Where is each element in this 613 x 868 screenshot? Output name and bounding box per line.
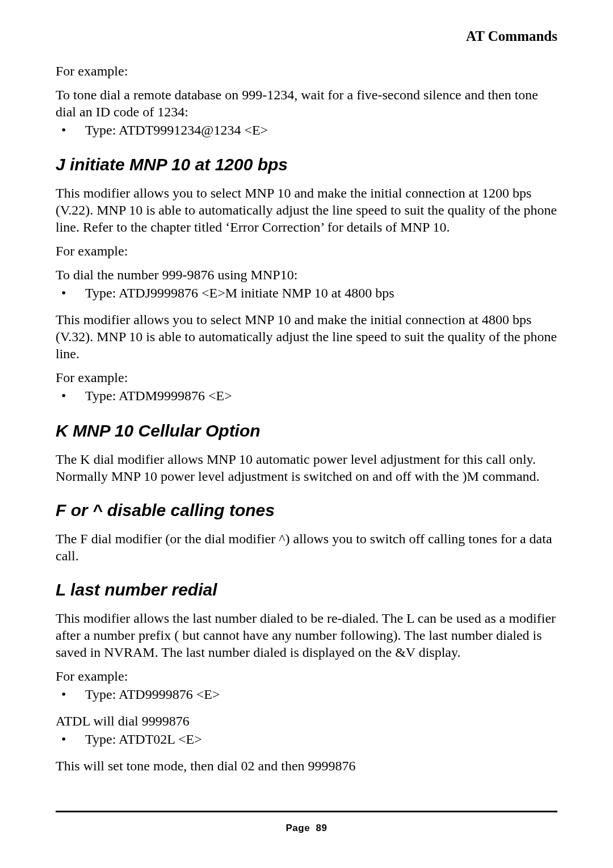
s1-bullet-list-2: Type: ATDM9999876 <E> (56, 387, 557, 405)
heading-f-disable: F or ^ disable calling tones (56, 501, 557, 520)
s1-for-example-2: For example: (56, 369, 557, 386)
intro-for-example: For example: (56, 62, 557, 79)
s4-bullet-list-2: Type: ATDT02L <E> (56, 731, 557, 748)
s4-bullet-1: Type: ATD9999876 <E> (56, 686, 557, 703)
intro-bullet-1: Type: ATDT9991234@1234 <E> (56, 121, 557, 139)
s1-bullet-2: Type: ATDM9999876 <E> (56, 387, 557, 405)
page-footer: Page 89 (56, 811, 557, 834)
heading-j-initiate: J initiate MNP 10 at 1200 bps (56, 155, 557, 174)
s4-para-3: ATDL will dial 9999876 (56, 712, 557, 729)
intro-bullet-list: Type: ATDT9991234@1234 <E> (56, 121, 557, 139)
s1-for-example-1: For example: (56, 242, 557, 259)
document-page: AT Commands For example: To tone dial a … (0, 0, 613, 868)
s1-para-1: This modifier allows you to select MNP 1… (56, 184, 557, 236)
page-label: Page (285, 823, 310, 833)
heading-k-mnp10: K MNP 10 Cellular Option (56, 421, 557, 441)
heading-l-redial: L last number redial (56, 580, 557, 599)
s3-para-1: The F dial modifier (or the dial modifie… (56, 530, 557, 564)
intro-description: To tone dial a remote database on 999-12… (56, 86, 557, 120)
s2-para-1: The K dial modifier allows MNP 10 automa… (56, 451, 557, 485)
page-number-value: 89 (316, 823, 328, 833)
s4-bullet-list-1: Type: ATD9999876 <E> (56, 686, 557, 703)
page-number: Page 89 (56, 823, 557, 834)
s4-for-example: For example: (56, 668, 557, 685)
page-header: AT Commands (56, 28, 557, 44)
header-title: AT Commands (466, 28, 557, 44)
s1-bullet-1: Type: ATDJ9999876 <E>M initiate NMP 10 a… (56, 284, 557, 302)
s4-para-4: This will set tone mode, then dial 02 an… (56, 757, 557, 774)
s1-bullet-list-1: Type: ATDJ9999876 <E>M initiate NMP 10 a… (56, 284, 557, 302)
s4-bullet-2: Type: ATDT02L <E> (56, 731, 557, 748)
s1-para-4: This modifier allows you to select MNP 1… (56, 311, 557, 362)
s4-para-1: This modifier allows the last number dia… (56, 610, 557, 661)
s1-para-3: To dial the number 999-9876 using MNP10: (56, 266, 557, 283)
footer-rule (56, 811, 557, 812)
